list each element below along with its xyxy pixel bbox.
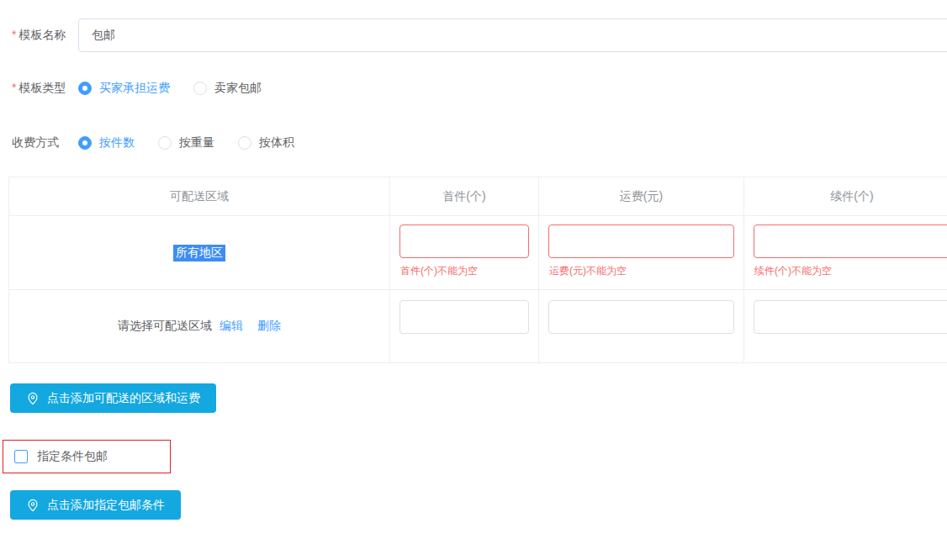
first-piece-input[interactable] (399, 300, 529, 334)
region-cell: 所有地区 (9, 216, 390, 290)
region-all-areas-text[interactable]: 所有地区 (173, 245, 225, 262)
first-piece-cell (390, 290, 539, 363)
region-cell: 请选择可配送区域 编辑 删除 (9, 290, 390, 363)
first-piece-cell: 首件(个)不能为空 (390, 216, 539, 290)
template-type-radio-group: 买家承担运费 卖家包邮 (78, 81, 262, 96)
table-row: 请选择可配送区域 编辑 删除 (9, 290, 947, 363)
charge-method-radio-group: 按件数 按重量 按体积 (78, 135, 294, 151)
radio-option-label: 按重量 (179, 135, 214, 151)
shipping-fee-cell (539, 290, 744, 363)
additional-piece-cell (744, 290, 947, 363)
location-pin-icon (26, 392, 40, 405)
radio-unchecked-icon (158, 136, 172, 150)
radio-by-volume[interactable]: 按体积 (238, 135, 294, 151)
add-region-fee-button-label: 点击添加可配送的区域和运费 (47, 391, 200, 406)
additional-piece-cell: 续件(个)不能为空 (744, 216, 947, 290)
radio-by-weight[interactable]: 按重量 (158, 135, 214, 151)
radio-option-label: 按件数 (99, 135, 135, 151)
template-name-input[interactable] (78, 18, 947, 52)
additional-piece-error: 续件(个)不能为空 (754, 264, 947, 278)
header-first-piece: 首件(个) (390, 177, 539, 216)
charge-method-label: 收费方式 (12, 135, 67, 151)
radio-unchecked-icon (193, 82, 207, 95)
template-name-row: *模板名称 (0, 18, 947, 52)
shipping-fee-error: 运费(元)不能为空 (548, 264, 734, 278)
conditional-free-shipping-box: 指定条件包邮 (3, 440, 171, 473)
header-additional-piece: 续件(个) (744, 177, 947, 216)
radio-by-piece[interactable]: 按件数 (78, 135, 135, 151)
delete-region-link[interactable]: 删除 (257, 319, 281, 334)
radio-checked-icon (78, 136, 92, 150)
required-asterisk: * (12, 81, 16, 94)
header-deliverable-region: 可配送区域 (9, 177, 390, 216)
add-region-fee-button[interactable]: 点击添加可配送的区域和运费 (10, 383, 216, 413)
conditional-free-shipping-label: 指定条件包邮 (37, 449, 108, 464)
location-pin-icon (26, 499, 40, 512)
first-piece-input[interactable] (399, 225, 529, 258)
radio-option-label: 卖家包邮 (214, 81, 262, 96)
charge-method-row: 收费方式 按件数 按重量 按体积 (0, 135, 947, 151)
radio-unchecked-icon (238, 136, 251, 150)
radio-option-label: 买家承担运费 (99, 81, 170, 96)
table-header-row: 可配送区域 首件(个) 运费(元) 续件(个) (9, 177, 947, 216)
add-free-shipping-condition-button[interactable]: 点击添加指定包邮条件 (10, 490, 181, 520)
first-piece-error: 首件(个)不能为空 (399, 264, 529, 278)
shipping-fee-input[interactable] (548, 225, 734, 258)
header-shipping-fee: 运费(元) (539, 177, 744, 216)
radio-checked-icon (78, 82, 92, 95)
select-region-text: 请选择可配送区域 (118, 319, 212, 334)
shipping-fee-cell: 运费(元)不能为空 (539, 216, 744, 290)
additional-piece-input[interactable] (754, 225, 947, 258)
required-asterisk: * (12, 28, 16, 41)
shipping-fee-table: 可配送区域 首件(个) 运费(元) 续件(个) 所有地区 首件(个)不能为空 运… (8, 177, 947, 363)
add-free-shipping-condition-button-label: 点击添加指定包邮条件 (47, 498, 165, 513)
template-type-row: *模板类型 买家承担运费 卖家包邮 (0, 80, 947, 97)
additional-piece-input[interactable] (754, 300, 947, 334)
radio-buyer-pays-shipping[interactable]: 买家承担运费 (78, 81, 170, 96)
template-type-label: *模板类型 (12, 81, 67, 96)
radio-seller-free-shipping[interactable]: 卖家包邮 (193, 81, 262, 96)
radio-option-label: 按体积 (259, 135, 294, 151)
table-row: 所有地区 首件(个)不能为空 运费(元)不能为空 续件(个)不能为空 (9, 216, 947, 290)
edit-region-link[interactable]: 编辑 (220, 319, 243, 334)
template-name-label: *模板名称 (12, 28, 67, 43)
conditional-free-shipping-checkbox[interactable] (14, 450, 28, 463)
shipping-fee-input[interactable] (548, 300, 734, 334)
